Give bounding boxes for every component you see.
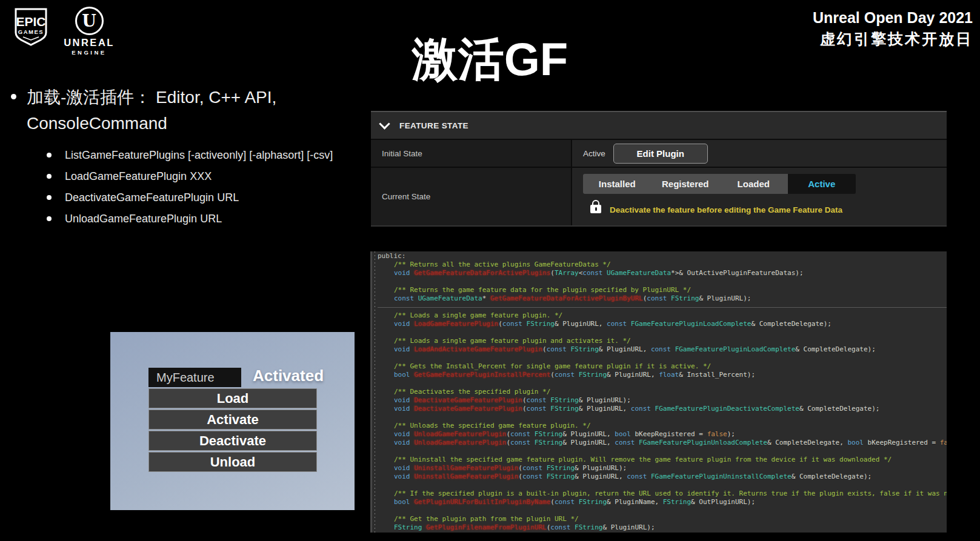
feature-name-box: MyFeature [148, 368, 241, 387]
menu-button-deactivate[interactable]: Deactivate [148, 431, 317, 451]
code-line: /** Get the plugin path from the plugin … [378, 515, 947, 523]
code-line [378, 379, 947, 388]
feature-state-header[interactable]: FEATURE STATE [371, 112, 947, 140]
state-segmented-control: InstalledRegisteredLoadedActive [583, 174, 856, 194]
menu-button-unload[interactable]: Unload [148, 452, 317, 472]
event-title-line1: Unreal Open Day 2021 [813, 9, 973, 27]
current-state-row: InstalledRegisteredLoadedActive Deactiva… [572, 168, 947, 225]
slide-root: EPIC GAMES U UNREAL ENGINE Unreal Open D… [0, 0, 980, 541]
unreal-u-glyph: U [82, 12, 96, 30]
sub-bullet-list: ListGameFeaturePlugins [-activeonly] [-a… [47, 150, 333, 234]
code-line: /** Returns the game feature data for th… [378, 286, 947, 294]
code-line: void UnloadGameFeaturePlugin(const FStri… [378, 439, 947, 447]
code-line: bool GetPluginURLForBuiltInPluginByName(… [378, 498, 947, 506]
state-segment-active[interactable]: Active [788, 174, 856, 194]
code-line: void DeactivateGameFeaturePlugin(const F… [378, 396, 947, 405]
code-line: /** Loads a single game feature plugin a… [378, 337, 947, 345]
menu-button-load[interactable]: Load [148, 388, 317, 408]
code-line [378, 303, 947, 311]
state-segment-loaded[interactable]: Loaded [719, 174, 788, 194]
epic-logo-text: EPIC [16, 15, 45, 28]
feature-state-value-column: Active Edit Plugin InstalledRegisteredLo… [572, 140, 947, 225]
code-line: void LoadAndActivateGameFeaturePlugin(co… [378, 345, 947, 354]
state-segment-registered[interactable]: Registered [652, 174, 720, 194]
feature-state-label-column: Initial State Current State [371, 140, 572, 225]
code-line: void GetGameFeatureDataForActivePlugins(… [378, 269, 947, 277]
code-line: /** Deactivates the specified plugin */ [378, 388, 947, 396]
page-title: 激活GF [0, 29, 980, 91]
sub-bullet-item: ListGameFeaturePlugins [-activeonly] [-a… [47, 150, 333, 161]
main-bullet-line1: 加载-激活插件： Editor, C++ API, [27, 84, 276, 110]
code-line: void UninstallGameFeaturePlugin(const FS… [378, 473, 947, 481]
code-line: void LoadGameFeaturePlugin(const FString… [378, 320, 947, 328]
chevron-down-icon[interactable] [379, 118, 390, 129]
initial-state-value: Active [583, 149, 605, 158]
lock-icon [590, 205, 601, 213]
code-line: public: [378, 252, 947, 261]
main-bullet-line2: ConsoleCommand [27, 110, 276, 136]
feature-state-title: FEATURE STATE [399, 121, 468, 130]
current-state-label: Current State [371, 168, 571, 225]
main-bullet-text: 加载-激活插件： Editor, C++ API, ConsoleCommand [27, 84, 276, 136]
feature-menu-buttons: LoadActivateDeactivateUnload [148, 388, 317, 473]
menu-button-activate[interactable]: Activate [148, 410, 317, 430]
code-line [378, 328, 947, 337]
code-line [378, 481, 947, 490]
code-line: void DeactivateGameFeaturePlugin(const F… [378, 405, 947, 413]
state-segment-installed[interactable]: Installed [583, 174, 652, 194]
initial-state-label: Initial State [371, 140, 571, 168]
sub-bullet-item: LoadGameFeaturePlugin XXX [47, 171, 333, 182]
code-line [378, 277, 947, 286]
initial-state-row: Active Edit Plugin [572, 140, 947, 168]
sub-bullet-item: DeactivateGameFeaturePlugin URL [47, 192, 333, 203]
code-line [378, 506, 947, 515]
code-line: const UGameFeatureData* GetGameFeatureDa… [378, 294, 947, 303]
feature-warning: Deactivate the feature before editing th… [590, 199, 842, 214]
feature-context-menu-screenshot: MyFeature Activated LoadActivateDeactiva… [110, 332, 355, 510]
sub-bullet-item: UnloadGameFeaturePlugin URL [47, 213, 333, 224]
edit-plugin-button[interactable]: Edit Plugin [613, 144, 708, 164]
code-line: /** If the specified plugin is a built-i… [378, 490, 947, 498]
code-line [378, 354, 947, 362]
code-line [378, 413, 947, 422]
code-line: FString GetPluginFilenameFromPluginURL(c… [378, 523, 947, 532]
code-line [378, 447, 947, 456]
feature-status-label: Activated [253, 367, 324, 385]
code-line: void UninstallGameFeaturePlugin(const FS… [378, 464, 947, 473]
code-line: /** Returns all the active plugins GameF… [378, 261, 947, 269]
code-block: public:/** Returns all the active plugin… [370, 251, 947, 533]
code-line: /** Unloads the specified game feature p… [378, 422, 947, 430]
code-line: bool GetGameFeaturePluginInstallPercent(… [378, 371, 947, 379]
code-line: void UnloadGameFeaturePlugin(const FStri… [378, 430, 947, 439]
code-line: /** Loads a single game feature plugin. … [378, 311, 947, 320]
bullet-dot [11, 94, 16, 99]
warning-text: Deactivate the feature before editing th… [610, 205, 842, 214]
feature-state-panel: FEATURE STATE Initial State Current Stat… [371, 111, 947, 227]
code-line: /** Gets the Install_Percent for single … [378, 362, 947, 371]
code-line: /** Uninstall the specified game feature… [378, 456, 947, 464]
feature-state-body: Initial State Current State Active Edit … [371, 140, 947, 225]
